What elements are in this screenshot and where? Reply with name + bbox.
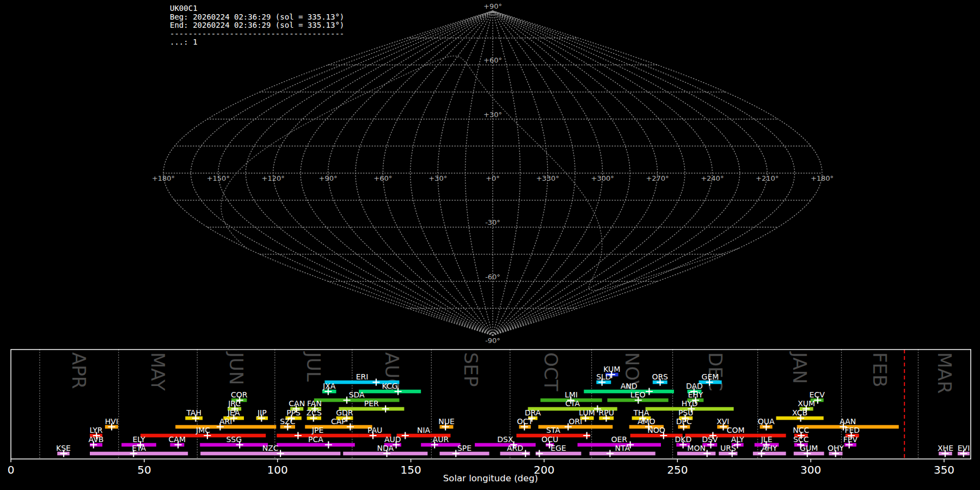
shower-label-THA: THA bbox=[633, 408, 650, 417]
shower-label-XVI: XVI bbox=[716, 417, 729, 426]
shower-label-AVB: AVB bbox=[89, 435, 104, 444]
shower-label-KSE: KSE bbox=[56, 444, 71, 452]
shower-bar-NZC bbox=[200, 452, 340, 456]
shower-label-STA: STA bbox=[546, 426, 560, 434]
shower-label-LYR: LYR bbox=[89, 426, 102, 434]
map-lon-label: +300° bbox=[591, 174, 614, 182]
month-label-jul: JUL bbox=[303, 351, 324, 382]
shower-label-DKD: DKD bbox=[675, 435, 691, 444]
map-lon-label: +180° bbox=[811, 174, 834, 182]
shower-label-GEM: GEM bbox=[702, 372, 719, 381]
shower-label-LMI: LMI bbox=[565, 390, 578, 399]
shower-label-AHY: AHY bbox=[762, 444, 777, 452]
shower-label-SCC: SCC bbox=[793, 435, 809, 444]
map-meridian bbox=[356, 11, 493, 335]
shower-label-HVI: HVI bbox=[105, 417, 118, 426]
shower-label-LUM: LUM bbox=[579, 408, 595, 417]
shower-label-OCT: OCT bbox=[517, 417, 534, 426]
shower-bar-NTA bbox=[590, 452, 656, 456]
shower-label-TAH: TAH bbox=[186, 408, 201, 417]
shower-label-AUR: AUR bbox=[433, 435, 449, 444]
shower-label-CAP: CAP bbox=[331, 417, 346, 426]
shower-bar-KCG bbox=[359, 390, 421, 394]
map-lat-label: +60° bbox=[483, 56, 502, 64]
month-label-feb: FEB bbox=[869, 352, 891, 387]
shower-bar-ARI bbox=[175, 425, 276, 429]
shower-label-PPS: PPS bbox=[286, 408, 301, 417]
map-lon-label: +30° bbox=[428, 174, 447, 182]
shower-label-ETA: ETA bbox=[132, 444, 146, 452]
shower-label-ORI: ORI bbox=[569, 417, 583, 426]
shower-label-EVI: EVI bbox=[958, 444, 970, 452]
shower-max-cross-PCA bbox=[325, 442, 332, 449]
map-lon-label: +240° bbox=[701, 174, 724, 182]
shower-label-MON: MON bbox=[687, 444, 706, 452]
shower-label-FAN: FAN bbox=[307, 399, 322, 408]
shower-label-PER: PER bbox=[364, 399, 379, 408]
radiant-atlas-screen: UK00C1 Beg: 20260224 02:36:29 (sol = 335… bbox=[0, 0, 980, 490]
shower-label-DRA: DRA bbox=[525, 408, 541, 417]
month-label-may: MAY bbox=[147, 352, 169, 391]
x-axis-title: Solar longitude (deg) bbox=[443, 473, 538, 483]
map-lon-label: +210° bbox=[756, 174, 779, 182]
shower-label-COM: COM bbox=[727, 426, 745, 434]
shower-label-URS: URS bbox=[720, 444, 736, 452]
map-lon-label: +90° bbox=[319, 174, 338, 182]
shower-label-NOO: NOO bbox=[647, 426, 665, 434]
radiant-sky-map: +180°+150°+120°+90°+60°+30°+0°+330°+300°… bbox=[0, 0, 980, 343]
shower-max-cross-JPE bbox=[295, 432, 302, 439]
shower-label-LEO: LEO bbox=[630, 390, 646, 399]
map-lat-label: +90° bbox=[483, 2, 502, 10]
shower-label-SZC: SZC bbox=[280, 417, 295, 426]
shower-label-HYD: HYD bbox=[682, 399, 698, 408]
month-label-apr: APR bbox=[68, 352, 90, 389]
shower-label-NTA: NTA bbox=[615, 444, 630, 452]
shower-label-XCB: XCB bbox=[792, 408, 807, 417]
month-label-mar: MAR bbox=[934, 352, 955, 394]
shower-label-ERI: ERI bbox=[356, 372, 369, 381]
shower-label-EGE: EGE bbox=[550, 444, 566, 452]
shower-label-GUM: GUM bbox=[800, 444, 818, 452]
shower-label-JEA: JEA bbox=[227, 408, 240, 417]
shower-label-ECV: ECV bbox=[810, 390, 825, 399]
shower-label-ARI: ARI bbox=[219, 417, 232, 426]
shower-label-ZCS: ZCS bbox=[307, 408, 322, 417]
shower-label-DSV: DSV bbox=[702, 435, 718, 444]
map-lat-label: -90° bbox=[485, 336, 500, 343]
month-label-jan: JAN bbox=[789, 351, 811, 384]
shower-label-CAN: CAN bbox=[289, 399, 305, 408]
shower-max-cross-CAP bbox=[347, 424, 354, 431]
x-tick-label: 100 bbox=[267, 463, 288, 476]
shower-label-FEV: FEV bbox=[843, 435, 858, 444]
map-lon-label: +60° bbox=[373, 174, 392, 182]
activity-timeline-chart: APRMAYJUNJULAUGSEPOCTNOVDECJANFEBMAR KUM… bbox=[0, 343, 980, 490]
shower-bar-DSX bbox=[475, 443, 536, 447]
shower-label-COR: COR bbox=[231, 390, 248, 399]
shower-bar-AUR bbox=[421, 443, 461, 447]
shower-bar-AND bbox=[584, 390, 674, 394]
shower-label-AUD: AUD bbox=[384, 435, 401, 444]
shower-bar-SPE bbox=[440, 452, 489, 456]
shower-max-cross-ERI bbox=[372, 379, 379, 386]
month-label-sep: SEP bbox=[460, 352, 482, 387]
shower-bar-PCA bbox=[277, 443, 355, 447]
shower-label-NIA: NIA bbox=[417, 426, 431, 434]
shower-bar-ETA bbox=[90, 452, 188, 456]
shower-max-cross-NTA bbox=[607, 450, 614, 457]
shower-label-CTA: CTA bbox=[565, 399, 580, 408]
shower-bar-AHY bbox=[753, 452, 786, 456]
shower-label-FED: FED bbox=[844, 426, 860, 434]
shower-label-AAN: AAN bbox=[840, 417, 856, 426]
shower-label-NDA: NDA bbox=[377, 444, 394, 452]
map-meridian bbox=[493, 11, 712, 335]
shower-label-JXA: JXA bbox=[322, 382, 336, 390]
shower-label-OCU: OCU bbox=[541, 435, 558, 444]
x-tick-label: 250 bbox=[667, 463, 688, 476]
shower-label-KCG: KCG bbox=[382, 382, 398, 390]
map-lon-label: +270° bbox=[646, 174, 669, 182]
shower-max-cross-NIA bbox=[402, 432, 409, 439]
shower-label-QUA: QUA bbox=[758, 417, 775, 426]
x-tick-label: 300 bbox=[800, 463, 821, 476]
shower-label-JLE: JLE bbox=[761, 435, 773, 444]
shower-label-SSG: SSG bbox=[226, 435, 242, 444]
